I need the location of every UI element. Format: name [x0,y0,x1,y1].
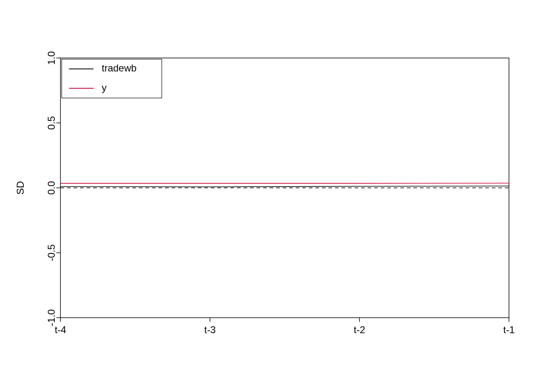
y-axis-label: SD [15,181,26,194]
x-tick-label: t-2 [354,324,365,335]
legend-label: y [102,82,107,93]
y-tick-label: -1.0 [46,309,57,326]
legend-label: tradewb [102,62,136,74]
y-tick-label: 0.5 [46,116,57,129]
x-tick-label: t-3 [204,324,216,335]
y-tick-label: 1.0 [46,51,57,65]
line-chart: -1.0-0.50.00.51.0SDt-4t-3t-2t-1tradewby [0,0,549,392]
y-tick-label: 0.0 [46,181,57,194]
x-tick-label: t-1 [503,324,515,335]
series-tradewb [60,186,509,187]
y-tick-label: -0.5 [46,244,57,261]
chart-container: -1.0-0.50.00.51.0SDt-4t-3t-2t-1tradewby [0,0,549,392]
x-tick-label: t-4 [55,324,66,335]
